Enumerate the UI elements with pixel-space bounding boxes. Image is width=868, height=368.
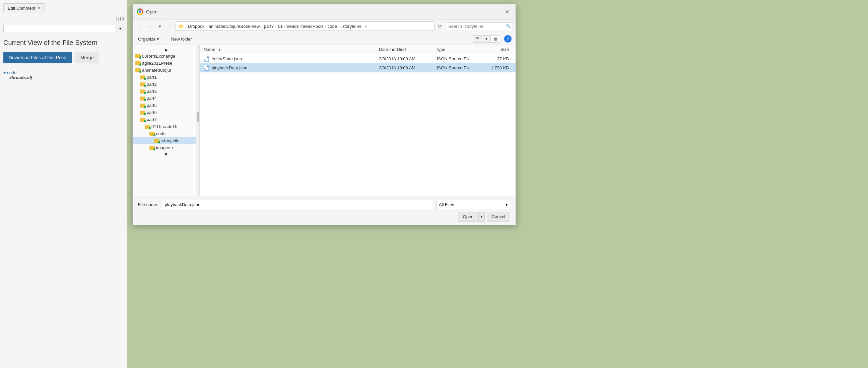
filetype-chevron-icon: ▾ [505,202,508,207]
progress-input[interactable] [3,25,115,32]
filetype-select[interactable]: All Files ▾ [436,200,510,209]
nav-back-button[interactable]: ← [135,22,144,31]
dialog-bottom: File name: All Files ▾ Open ▾ Cancel [133,196,516,225]
folder-icon-part6 [140,111,145,115]
tree-item-agile[interactable]: agile2011Prese [133,60,199,67]
tree-scroll-up[interactable]: ▲ [133,46,199,53]
edit-comment-label: Edit Comment [8,6,35,11]
edit-comment-button[interactable]: Edit Comment ▼ [3,3,45,13]
folder-icon-part4 [140,96,145,100]
tree-item-part4[interactable]: part4 [133,95,199,102]
folder-icon-03refs [135,54,141,58]
dialog-close-button[interactable]: ✕ [502,7,512,17]
breadcrumb-part7[interactable]: part7 [264,24,274,29]
view-icons: ☰ ▾ ▦ [473,35,500,42]
file-tree-folder[interactable]: + code [3,70,124,75]
view-panel-button[interactable]: ▦ [492,35,500,42]
tree-item-03refs[interactable]: 03RefsExchange [133,53,199,60]
file-size-playbackdata: 1,798 KB [486,65,516,70]
tree-item-part6[interactable]: part6 [133,109,199,116]
file-row-playbackdata[interactable]: {} playbackData.json 2/8/2018 10:09 AM J… [200,63,516,72]
breadcrumb-bar: 📁 › Dropbox › animatedClojureBook-new › … [176,22,434,31]
tree-item-part1[interactable]: part1 [133,74,199,81]
section-title: Current View of the File System [3,39,124,47]
nav-dropdown-button[interactable]: ▾ [155,22,164,31]
download-files-button[interactable]: Download Files at this Point [3,52,72,63]
breadcrumb-animated[interactable]: animatedClojureBook-new [209,24,260,29]
breadcrumb-code[interactable]: code [328,24,337,29]
tree-scrollbar-thumb[interactable] [197,112,199,122]
breadcrumb-dropbox[interactable]: Dropbox [188,24,204,29]
search-icon: 🔍 [506,24,511,29]
filename-input[interactable] [162,200,433,209]
organize-button[interactable]: Organize ▾ [137,35,160,42]
nav-refresh-button[interactable]: ⟳ [436,22,444,31]
breadcrumb-dropdown-icon[interactable]: ▾ [363,23,369,30]
tree-item-images[interactable]: images ▾ [133,144,199,151]
file-icon-editorstate: {} [204,56,210,62]
svg-text:{}: {} [204,59,206,61]
search-box: 🔍 [446,23,513,30]
tree-panel: ▲ 03RefsExchange agile2011Prese [133,45,200,196]
panel-view-icon: ▦ [494,36,497,41]
left-panel: Edit Comment ▼ 1/10 ▾ Current View of th… [0,0,127,368]
folder-icon-animated [135,68,141,72]
tree-item-code[interactable]: code [133,130,199,137]
svg-text:{}: {} [204,68,206,70]
file-list-body: {} editorState.json 2/8/2018 10:09 AM JS… [200,54,516,196]
new-folder-button[interactable]: New folder [170,35,193,42]
dialog-toolbar: Organize ▾ | New folder ☰ ▾ ▦ ? [133,33,516,45]
col-header-date[interactable]: Date modified [375,47,432,52]
images-expand-icon: ▾ [172,146,173,150]
breadcrumb-storyteller[interactable]: .storyteller [341,24,361,29]
open-dropdown-button[interactable]: ▾ [479,213,485,220]
folder-icon-part1 [140,75,145,80]
open-button[interactable]: Open [458,212,479,221]
merge-button[interactable]: Merge [75,52,99,63]
folder-icon-part2 [140,83,145,87]
file-tree-file: -threads.clj [9,75,124,80]
dialog-title: Open [146,9,499,14]
progress-chevron-icon[interactable]: ▾ [117,25,124,32]
details-view-icon: ▾ [486,36,488,41]
dialog-titlebar: Open ✕ [133,4,516,20]
edit-comment-chevron-icon: ▼ [37,6,40,10]
file-type-editorstate: JSON Source File [432,56,486,61]
tree-scroll-down[interactable]: ▼ [133,151,199,157]
col-header-size[interactable]: Size [486,47,516,52]
cancel-button[interactable]: Cancel [487,212,510,221]
file-name-editorstate: {} editorState.json [200,56,375,62]
folder-icon-part5 [140,103,145,108]
tree-item-storyteller[interactable]: .storytelle [133,137,199,144]
tree-item-part2[interactable]: part2 [133,81,199,88]
folder-icon-01threads [145,125,150,129]
breadcrumb-folder-icon: 📁 [179,24,184,29]
help-button[interactable]: ? [504,35,512,42]
tree-item-part3[interactable]: part3 [133,88,199,95]
file-row-editorstate[interactable]: {} editorState.json 2/8/2018 10:09 AM JS… [200,54,516,63]
file-date-playbackdata: 2/8/2018 10:09 AM [375,65,432,70]
file-name-playbackdata: {} playbackData.json [200,65,375,71]
col-header-type[interactable]: Type [432,47,486,52]
chrome-icon [137,8,144,15]
tree-item-animated[interactable]: animatedClojur [133,67,199,74]
tree-item-01threads[interactable]: 01ThreadsTh [133,123,199,130]
view-details-button[interactable]: ▾ [482,35,491,42]
filename-row: File name: All Files ▾ [138,200,510,209]
folder-icon-agile [135,61,141,65]
button-row: Open ▾ Cancel [138,212,510,221]
tree-item-part7[interactable]: part7 [133,116,199,123]
nav-forward-button[interactable]: → [145,22,154,31]
folder-icon-storyteller [154,139,159,143]
view-list-button[interactable]: ☰ [473,35,482,42]
search-input[interactable] [448,24,504,29]
col-header-name[interactable]: Name ▲ [200,47,375,52]
list-view-icon: ☰ [475,36,479,41]
filename-label: File name: [138,202,158,207]
page-counter: 1/10 [3,17,124,22]
open-button-group: Open ▾ [458,212,485,221]
file-list-panel: Name ▲ Date modified Type Size [200,45,516,196]
nav-up-button[interactable]: ↑ [165,22,174,31]
breadcrumb-01threads[interactable]: 01ThreadsThreadPools [278,24,323,29]
tree-item-part5[interactable]: part5 [133,102,199,109]
